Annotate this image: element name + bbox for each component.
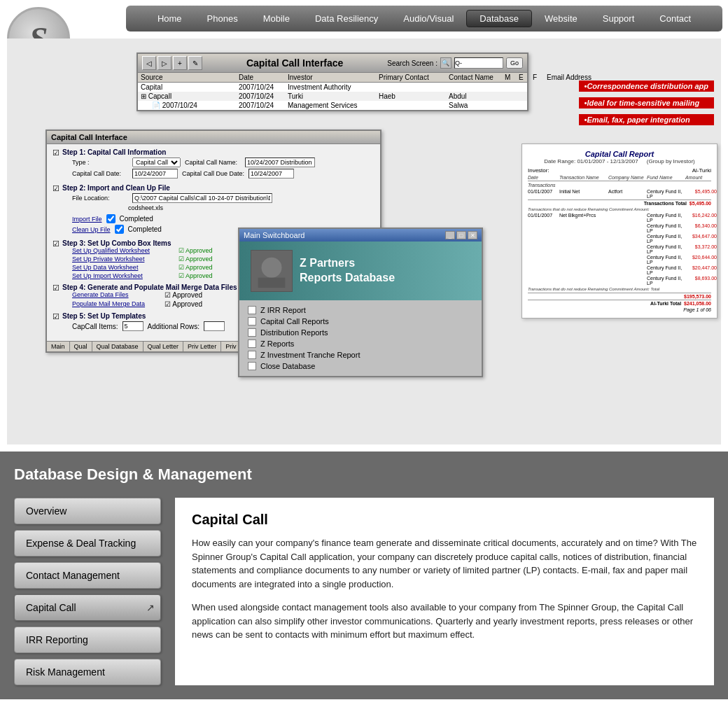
cc-toolbar: ◁ ▷ + ✎: [142, 56, 202, 70]
step-4-label: Step 4: Generate and Populate Mail Merge…: [62, 284, 237, 291]
tab-priv-letter[interactable]: Priv Letter: [183, 342, 221, 351]
sidebar-btn-expense-deal-tracking[interactable]: Expense & Deal Tracking: [14, 530, 161, 556]
ccdate-label: Capital Call Date:: [72, 170, 128, 177]
nav-item-support[interactable]: Support: [590, 10, 648, 27]
nav-item-mobile[interactable]: Mobile: [251, 10, 302, 27]
report-transactions-total: Transactions Total $5,495.00: [528, 200, 711, 206]
rh-amount: Amount: [685, 175, 717, 180]
sw-minimize-btn[interactable]: _: [445, 231, 455, 239]
sidebar-btn-risk-management[interactable]: Risk Management: [14, 659, 161, 685]
table-row[interactable]: Capital 2007/10/24 Investment Authority: [138, 83, 527, 92]
content-area: Capital Call How easily can your company…: [175, 498, 714, 685]
nav-item-home[interactable]: Home: [145, 10, 195, 27]
tab-qual[interactable]: Qual: [70, 342, 92, 351]
import-file-link[interactable]: Import File: [72, 216, 102, 223]
report-data-row-5: Century Fund II, LP $3,372.00: [528, 244, 711, 254]
active-arrow-icon: ↗: [146, 602, 155, 613]
nav-item-audio/visual[interactable]: Audio/Visual: [391, 10, 466, 27]
report-title: Capital Call Report: [528, 150, 711, 158]
ccduedate-label: Capital Call Due Date:: [182, 170, 244, 177]
type-select[interactable]: Capital Call: [132, 158, 181, 167]
col-source: Source: [141, 74, 239, 81]
content-title: Capital Call: [192, 512, 697, 528]
toolbar-btn-2[interactable]: ▷: [158, 56, 172, 70]
rh-company: Company Name: [608, 175, 647, 180]
fileloc-input[interactable]: [132, 193, 272, 203]
type-label: Type :: [72, 159, 128, 166]
data-ws-link[interactable]: Set Up Data Worksheet: [72, 264, 177, 271]
report-data-row: 01/01/2007 Initial Net Actfort Century F…: [528, 189, 711, 199]
step-1-check: ☑: [52, 148, 59, 158]
nav-item-website[interactable]: Website: [532, 10, 590, 27]
toolbar-btn-1[interactable]: ◁: [142, 56, 156, 70]
ccduedate-input[interactable]: [248, 169, 294, 178]
search-input[interactable]: [454, 57, 503, 69]
priv-ws-link[interactable]: Set Up Private Worksheet: [72, 255, 177, 262]
cleanup-file-link[interactable]: Clean Up File: [72, 226, 111, 233]
col-email: Email Address: [547, 74, 617, 81]
nav-item-database[interactable]: Database: [466, 10, 532, 27]
report-data-row-2: 01/01/2007 Net Blkgmt+Prcs Century Fund …: [528, 213, 711, 223]
investor-name: Al-Turki: [692, 167, 711, 174]
sw-menu-dist[interactable]: Distribution Reports: [248, 328, 473, 337]
step-4-grid: Generate Data Files ☑ Approved Populate …: [72, 291, 237, 308]
step-3-grid: Set Up Qualified Worksheet ☑ Approved Se…: [72, 247, 213, 279]
tab-qual-db[interactable]: Qual Database: [92, 342, 144, 351]
gen-files-status: ☑ Approved: [164, 291, 237, 299]
step-3-label: Step 3: Set Up Combo Box Items: [62, 239, 213, 247]
sidebar-btn-contact-management[interactable]: Contact Management: [14, 562, 161, 589]
content-para-1: How easily can your company's finance te…: [192, 536, 697, 591]
nav-item-data-resiliency[interactable]: Data Resiliency: [302, 10, 391, 27]
toolbar-btn-4[interactable]: ✎: [188, 56, 202, 70]
sw-check-zinv: [248, 351, 256, 359]
sidebar-btn-capital-call[interactable]: Capital Call↗: [14, 594, 161, 621]
toolbar-btn-3[interactable]: +: [173, 56, 187, 70]
sw-zinv-label: Z Investment Tranche Report: [260, 351, 360, 359]
sw-menu-zirr[interactable]: Z IRR Report: [248, 306, 473, 314]
sw-maximize-btn[interactable]: □: [456, 231, 466, 239]
additional-rows-input[interactable]: [204, 321, 225, 331]
nav-item-phones[interactable]: Phones: [195, 10, 251, 27]
cleanup-row: Clean Up File Completed: [72, 225, 162, 234]
col-m: M: [505, 74, 519, 81]
pop-mail-link[interactable]: Populate Mail Merge Data: [72, 300, 163, 308]
capcall-row: CapCall Items: Additional Rows:: [72, 321, 225, 331]
import-completed-check[interactable]: [106, 214, 115, 223]
sw-check-zirr: [248, 306, 256, 314]
qual-ws-link[interactable]: Set Up Qualified Worksheet: [72, 247, 177, 254]
sidebar-btn-irr-reporting[interactable]: IRR Reporting: [14, 626, 161, 653]
cleanup-completed-check[interactable]: [115, 225, 124, 234]
step-5-detail: CapCall Items: Additional Rows:: [72, 321, 225, 331]
highlight-3: •Email, fax, paper integration: [579, 114, 714, 125]
col-contact: Contact Name: [449, 74, 505, 81]
step-1-detail: Type : Capital Call Capital Call Name: C…: [72, 158, 315, 178]
sw-check-z: [248, 340, 256, 348]
sw-cc-label: Capital Call Reports: [260, 317, 329, 326]
capcall-items-input[interactable]: [122, 321, 144, 331]
bottom-section: Database Design & Management OverviewExp…: [0, 451, 728, 699]
table-row[interactable]: 📄 2007/10/24 2007/10/24 Management Servi…: [138, 101, 527, 110]
sw-menu-close[interactable]: Close Database: [248, 362, 473, 370]
data-ws-status: ☑ Approved: [178, 264, 213, 271]
step-2-label: Step 2: Import and Clean Up File: [62, 184, 374, 192]
tab-main[interactable]: Main: [47, 342, 70, 351]
fileloc-label: File Location:: [72, 195, 128, 202]
nav-item-contact[interactable]: Contact: [647, 10, 704, 27]
import-ws-link[interactable]: Set Up Import Worksheet: [72, 272, 177, 279]
report-page: Page 1 of 06: [528, 307, 711, 312]
sidebar-btn-overview[interactable]: Overview: [14, 498, 161, 524]
ccdate-input[interactable]: [132, 169, 178, 178]
ccname-input[interactable]: [245, 158, 315, 167]
report-note-2: Transactions that do not reduce Remainin…: [528, 287, 711, 291]
gen-files-link[interactable]: Generate Data Files: [72, 291, 163, 299]
sw-menu-cc[interactable]: Capital Call Reports: [248, 317, 473, 326]
search-go-button[interactable]: Go: [506, 57, 523, 69]
sw-menu-zinv[interactable]: Z Investment Tranche Report: [248, 351, 473, 359]
sw-close-btn[interactable]: ✕: [468, 231, 477, 239]
table-row[interactable]: ⊞ Capcall 2007/10/24 Turki Haeb Abdul: [138, 92, 527, 101]
tab-qual-letter[interactable]: Qual Letter: [144, 342, 184, 351]
demo-area: •Correspondence distribution app •Ideal …: [7, 38, 721, 444]
sw-menu-z[interactable]: Z Reports: [248, 340, 473, 348]
search-icon[interactable]: 🔍: [440, 57, 451, 69]
svg-rect-2: [258, 278, 286, 288]
